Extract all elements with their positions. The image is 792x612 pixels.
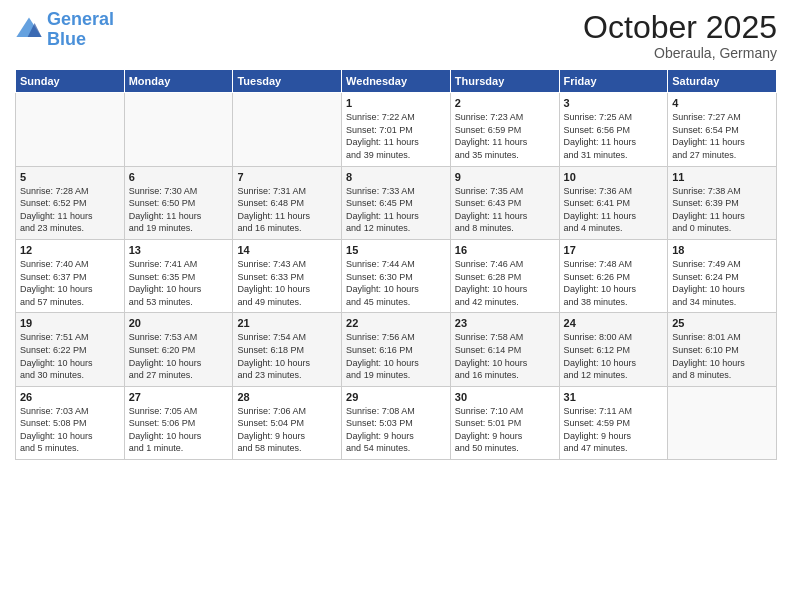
day-info: Sunrise: 7:06 AM Sunset: 5:04 PM Dayligh… xyxy=(237,405,337,455)
day-number: 6 xyxy=(129,171,229,183)
location: Oberaula, Germany xyxy=(583,45,777,61)
day-info: Sunrise: 7:44 AM Sunset: 6:30 PM Dayligh… xyxy=(346,258,446,308)
calendar-cell: 18Sunrise: 7:49 AM Sunset: 6:24 PM Dayli… xyxy=(668,239,777,312)
day-info: Sunrise: 7:35 AM Sunset: 6:43 PM Dayligh… xyxy=(455,185,555,235)
day-info: Sunrise: 7:40 AM Sunset: 6:37 PM Dayligh… xyxy=(20,258,120,308)
day-number: 26 xyxy=(20,391,120,403)
page: General Blue October 2025 Oberaula, Germ… xyxy=(0,0,792,612)
weekday-header: Friday xyxy=(559,70,668,93)
day-info: Sunrise: 7:38 AM Sunset: 6:39 PM Dayligh… xyxy=(672,185,772,235)
calendar-cell xyxy=(668,386,777,459)
weekday-header: Thursday xyxy=(450,70,559,93)
day-info: Sunrise: 7:22 AM Sunset: 7:01 PM Dayligh… xyxy=(346,111,446,161)
calendar-cell: 24Sunrise: 8:00 AM Sunset: 6:12 PM Dayli… xyxy=(559,313,668,386)
day-info: Sunrise: 7:49 AM Sunset: 6:24 PM Dayligh… xyxy=(672,258,772,308)
day-number: 31 xyxy=(564,391,664,403)
weekday-header: Sunday xyxy=(16,70,125,93)
day-number: 30 xyxy=(455,391,555,403)
day-info: Sunrise: 7:53 AM Sunset: 6:20 PM Dayligh… xyxy=(129,331,229,381)
day-info: Sunrise: 7:25 AM Sunset: 6:56 PM Dayligh… xyxy=(564,111,664,161)
calendar-cell: 27Sunrise: 7:05 AM Sunset: 5:06 PM Dayli… xyxy=(124,386,233,459)
day-info: Sunrise: 7:28 AM Sunset: 6:52 PM Dayligh… xyxy=(20,185,120,235)
calendar-week-row: 19Sunrise: 7:51 AM Sunset: 6:22 PM Dayli… xyxy=(16,313,777,386)
calendar-cell: 3Sunrise: 7:25 AM Sunset: 6:56 PM Daylig… xyxy=(559,93,668,166)
logo-blue: Blue xyxy=(47,29,86,49)
calendar-table: SundayMondayTuesdayWednesdayThursdayFrid… xyxy=(15,69,777,460)
day-number: 23 xyxy=(455,317,555,329)
day-info: Sunrise: 7:43 AM Sunset: 6:33 PM Dayligh… xyxy=(237,258,337,308)
day-number: 12 xyxy=(20,244,120,256)
day-info: Sunrise: 7:56 AM Sunset: 6:16 PM Dayligh… xyxy=(346,331,446,381)
calendar-cell: 26Sunrise: 7:03 AM Sunset: 5:08 PM Dayli… xyxy=(16,386,125,459)
day-number: 25 xyxy=(672,317,772,329)
day-number: 11 xyxy=(672,171,772,183)
day-info: Sunrise: 7:51 AM Sunset: 6:22 PM Dayligh… xyxy=(20,331,120,381)
title-block: October 2025 Oberaula, Germany xyxy=(583,10,777,61)
logo-text: General Blue xyxy=(47,10,114,50)
calendar-cell: 7Sunrise: 7:31 AM Sunset: 6:48 PM Daylig… xyxy=(233,166,342,239)
calendar-cell: 2Sunrise: 7:23 AM Sunset: 6:59 PM Daylig… xyxy=(450,93,559,166)
day-number: 5 xyxy=(20,171,120,183)
day-info: Sunrise: 7:36 AM Sunset: 6:41 PM Dayligh… xyxy=(564,185,664,235)
month-title: October 2025 xyxy=(583,10,777,45)
calendar-cell: 6Sunrise: 7:30 AM Sunset: 6:50 PM Daylig… xyxy=(124,166,233,239)
calendar-cell: 14Sunrise: 7:43 AM Sunset: 6:33 PM Dayli… xyxy=(233,239,342,312)
calendar-cell: 16Sunrise: 7:46 AM Sunset: 6:28 PM Dayli… xyxy=(450,239,559,312)
calendar-cell: 29Sunrise: 7:08 AM Sunset: 5:03 PM Dayli… xyxy=(342,386,451,459)
calendar-cell: 21Sunrise: 7:54 AM Sunset: 6:18 PM Dayli… xyxy=(233,313,342,386)
calendar-cell: 5Sunrise: 7:28 AM Sunset: 6:52 PM Daylig… xyxy=(16,166,125,239)
day-info: Sunrise: 7:27 AM Sunset: 6:54 PM Dayligh… xyxy=(672,111,772,161)
day-info: Sunrise: 7:41 AM Sunset: 6:35 PM Dayligh… xyxy=(129,258,229,308)
day-number: 21 xyxy=(237,317,337,329)
day-info: Sunrise: 7:23 AM Sunset: 6:59 PM Dayligh… xyxy=(455,111,555,161)
calendar-cell: 12Sunrise: 7:40 AM Sunset: 6:37 PM Dayli… xyxy=(16,239,125,312)
day-number: 22 xyxy=(346,317,446,329)
day-number: 19 xyxy=(20,317,120,329)
day-info: Sunrise: 7:10 AM Sunset: 5:01 PM Dayligh… xyxy=(455,405,555,455)
calendar-cell: 31Sunrise: 7:11 AM Sunset: 4:59 PM Dayli… xyxy=(559,386,668,459)
day-number: 4 xyxy=(672,97,772,109)
calendar-cell xyxy=(16,93,125,166)
calendar-cell: 11Sunrise: 7:38 AM Sunset: 6:39 PM Dayli… xyxy=(668,166,777,239)
calendar-cell: 13Sunrise: 7:41 AM Sunset: 6:35 PM Dayli… xyxy=(124,239,233,312)
day-number: 8 xyxy=(346,171,446,183)
day-number: 2 xyxy=(455,97,555,109)
day-info: Sunrise: 7:54 AM Sunset: 6:18 PM Dayligh… xyxy=(237,331,337,381)
logo-icon xyxy=(15,16,43,44)
calendar-cell xyxy=(124,93,233,166)
calendar-cell: 9Sunrise: 7:35 AM Sunset: 6:43 PM Daylig… xyxy=(450,166,559,239)
calendar-week-row: 26Sunrise: 7:03 AM Sunset: 5:08 PM Dayli… xyxy=(16,386,777,459)
calendar-cell xyxy=(233,93,342,166)
calendar-week-row: 5Sunrise: 7:28 AM Sunset: 6:52 PM Daylig… xyxy=(16,166,777,239)
day-info: Sunrise: 7:08 AM Sunset: 5:03 PM Dayligh… xyxy=(346,405,446,455)
day-info: Sunrise: 7:05 AM Sunset: 5:06 PM Dayligh… xyxy=(129,405,229,455)
calendar-cell: 15Sunrise: 7:44 AM Sunset: 6:30 PM Dayli… xyxy=(342,239,451,312)
header: General Blue October 2025 Oberaula, Germ… xyxy=(15,10,777,61)
day-info: Sunrise: 7:30 AM Sunset: 6:50 PM Dayligh… xyxy=(129,185,229,235)
weekday-header: Monday xyxy=(124,70,233,93)
calendar-cell: 30Sunrise: 7:10 AM Sunset: 5:01 PM Dayli… xyxy=(450,386,559,459)
day-info: Sunrise: 7:11 AM Sunset: 4:59 PM Dayligh… xyxy=(564,405,664,455)
day-number: 18 xyxy=(672,244,772,256)
calendar-week-row: 1Sunrise: 7:22 AM Sunset: 7:01 PM Daylig… xyxy=(16,93,777,166)
logo-general: General xyxy=(47,9,114,29)
day-number: 15 xyxy=(346,244,446,256)
day-number: 20 xyxy=(129,317,229,329)
day-info: Sunrise: 8:01 AM Sunset: 6:10 PM Dayligh… xyxy=(672,331,772,381)
calendar-cell: 23Sunrise: 7:58 AM Sunset: 6:14 PM Dayli… xyxy=(450,313,559,386)
day-info: Sunrise: 8:00 AM Sunset: 6:12 PM Dayligh… xyxy=(564,331,664,381)
day-number: 10 xyxy=(564,171,664,183)
day-info: Sunrise: 7:48 AM Sunset: 6:26 PM Dayligh… xyxy=(564,258,664,308)
weekday-header: Saturday xyxy=(668,70,777,93)
calendar-week-row: 12Sunrise: 7:40 AM Sunset: 6:37 PM Dayli… xyxy=(16,239,777,312)
day-number: 3 xyxy=(564,97,664,109)
day-info: Sunrise: 7:58 AM Sunset: 6:14 PM Dayligh… xyxy=(455,331,555,381)
day-number: 28 xyxy=(237,391,337,403)
calendar-cell: 25Sunrise: 8:01 AM Sunset: 6:10 PM Dayli… xyxy=(668,313,777,386)
calendar-cell: 20Sunrise: 7:53 AM Sunset: 6:20 PM Dayli… xyxy=(124,313,233,386)
calendar-cell: 19Sunrise: 7:51 AM Sunset: 6:22 PM Dayli… xyxy=(16,313,125,386)
header-row: SundayMondayTuesdayWednesdayThursdayFrid… xyxy=(16,70,777,93)
calendar-cell: 17Sunrise: 7:48 AM Sunset: 6:26 PM Dayli… xyxy=(559,239,668,312)
calendar-cell: 10Sunrise: 7:36 AM Sunset: 6:41 PM Dayli… xyxy=(559,166,668,239)
day-info: Sunrise: 7:03 AM Sunset: 5:08 PM Dayligh… xyxy=(20,405,120,455)
